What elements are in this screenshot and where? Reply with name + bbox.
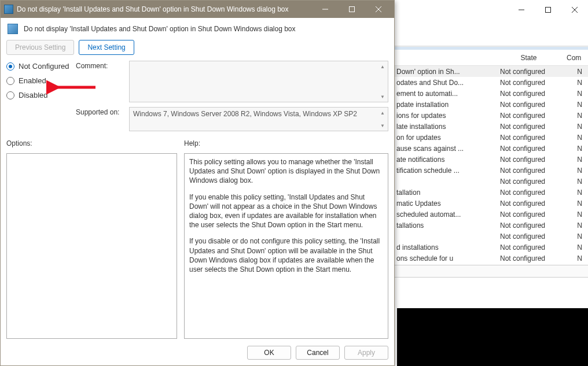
cell-setting: odates and Shut Do... [392, 78, 495, 87]
bg-titlebar [392, 0, 588, 20]
cell-state: Not configured [495, 166, 562, 175]
svg-rect-5 [350, 7, 355, 12]
cell-setting: tallations [392, 221, 495, 230]
cell-state: Not configured [495, 100, 562, 109]
cell-state: Not configured [495, 177, 562, 186]
cell-setting: ions for updates [392, 111, 495, 120]
cell-comment: N [562, 221, 588, 230]
col-header-state[interactable]: State [495, 51, 562, 64]
dlg-maximize-button[interactable] [339, 1, 365, 17]
cell-comment: N [562, 67, 588, 76]
radio-icon [6, 91, 14, 99]
scroll-down-icon[interactable]: ▼ [378, 121, 387, 130]
table-row[interactable]: scheduled automat...Not configuredN [392, 209, 588, 220]
table-row[interactable]: d installationsNot configuredN [392, 242, 588, 253]
cell-comment: N [562, 188, 588, 197]
table-row[interactable]: ons schedule for uNot configuredN [392, 253, 588, 264]
cell-state: Not configured [495, 78, 562, 87]
options-box [6, 153, 177, 339]
comment-textarea[interactable]: ▲ ▼ [129, 61, 388, 102]
table-row[interactable]: pdate installationNot configuredN [392, 99, 588, 110]
table-row[interactable]: tallationNot configuredN [392, 187, 588, 198]
cell-comment: N [562, 100, 588, 109]
cell-state: Not configured [495, 155, 562, 164]
table-row[interactable]: tallationsNot configuredN [392, 220, 588, 231]
cell-state: Not configured [495, 254, 562, 263]
table-row[interactable]: Not configuredN [392, 231, 588, 242]
comment-label: Comment: [76, 61, 124, 70]
radio-disabled[interactable]: Disabled [6, 91, 70, 99]
cell-setting: scheduled automat... [392, 210, 495, 219]
help-box: This policy setting allows you to manage… [184, 153, 388, 339]
cell-setting: pdate installation [392, 100, 495, 109]
table-row[interactable]: Down' option in Sh...Not configuredN [392, 66, 588, 77]
bg-rows-container: Down' option in Sh...Not configuredNodat… [392, 66, 588, 264]
cell-comment: N [562, 78, 588, 87]
cell-state: Not configured [495, 210, 562, 219]
bg-maximize-button[interactable] [535, 1, 561, 19]
cell-comment: N [562, 144, 588, 153]
table-row[interactable]: Not configuredN [392, 176, 588, 187]
cell-setting: matic Updates [392, 199, 495, 208]
dialog-titlebar[interactable]: Do not display 'Install Updates and Shut… [1, 1, 394, 18]
table-row[interactable]: matic UpdatesNot configuredN [392, 198, 588, 209]
cell-state: Not configured [495, 133, 562, 142]
cell-comment: N [562, 166, 588, 175]
next-setting-button[interactable]: Next Setting [79, 40, 134, 55]
table-row[interactable]: odates and Shut Do...Not configuredN [392, 77, 588, 88]
help-paragraph: If you disable or do not configure this … [189, 236, 383, 274]
table-row[interactable]: tification schedule ...Not configuredN [392, 165, 588, 176]
dlg-close-button[interactable] [365, 1, 392, 17]
cell-comment: N [562, 210, 588, 219]
cell-setting: ate notifications [392, 155, 495, 164]
bg-close-button[interactable] [561, 1, 588, 19]
help-label: Help: [184, 139, 388, 147]
cell-comment: N [562, 177, 588, 186]
ok-button[interactable]: OK [247, 346, 291, 360]
previous-setting-button: Previous Setting [6, 40, 74, 55]
radio-icon [6, 77, 14, 85]
supported-on-box: Windows 7, Windows Server 2008 R2, Windo… [129, 107, 388, 131]
help-paragraph: This policy setting allows you to manage… [189, 157, 383, 186]
bg-column-headers: State Com [392, 50, 588, 66]
policy-subtitle: Do not display 'Install Updates and Shut… [24, 25, 296, 33]
dlg-minimize-button[interactable] [312, 1, 339, 17]
radio-not-configured[interactable]: Not Configured [6, 62, 70, 71]
table-row[interactable]: ions for updatesNot configuredN [392, 110, 588, 121]
cell-state: Not configured [495, 188, 562, 197]
radio-label: Not Configured [19, 62, 69, 71]
table-row[interactable]: ause scans against ...Not configuredN [392, 143, 588, 154]
cell-setting: Down' option in Sh... [392, 67, 495, 76]
cell-comment: N [562, 133, 588, 142]
table-row[interactable]: on for updatesNot configuredN [392, 132, 588, 143]
scroll-up-icon[interactable]: ▲ [378, 108, 387, 117]
supported-on-text: Windows 7, Windows Server 2008 R2, Windo… [133, 110, 357, 118]
cell-state: Not configured [495, 221, 562, 230]
policy-icon [8, 24, 18, 34]
svg-rect-1 [546, 8, 551, 13]
cell-state: Not configured [495, 243, 562, 252]
cell-setting: on for updates [392, 133, 495, 142]
radio-icon [6, 62, 14, 71]
radio-label: Enabled [19, 76, 46, 85]
cell-state: Not configured [495, 232, 562, 241]
black-console-bar [397, 308, 588, 366]
cell-setting: ause scans against ... [392, 144, 495, 153]
table-row[interactable]: late installationsNot configuredN [392, 121, 588, 132]
table-row[interactable]: ate notificationsNot configuredN [392, 154, 588, 165]
cancel-button[interactable]: Cancel [296, 346, 340, 360]
cell-state: Not configured [495, 67, 562, 76]
cell-comment: N [562, 243, 588, 252]
bg-minimize-button[interactable] [508, 1, 535, 19]
table-row[interactable]: ement to automati...Not configuredN [392, 88, 588, 99]
apply-button: Apply [344, 346, 388, 360]
cell-state: Not configured [495, 111, 562, 120]
cell-comment: N [562, 89, 588, 98]
radio-enabled[interactable]: Enabled [6, 76, 70, 85]
cell-state: Not configured [495, 89, 562, 98]
col-header-comment[interactable]: Com [562, 51, 588, 64]
scroll-up-icon[interactable]: ▲ [378, 62, 387, 71]
scroll-down-icon[interactable]: ▼ [378, 92, 387, 101]
cell-setting: tallation [392, 188, 495, 197]
cell-setting: ons schedule for u [392, 254, 495, 263]
